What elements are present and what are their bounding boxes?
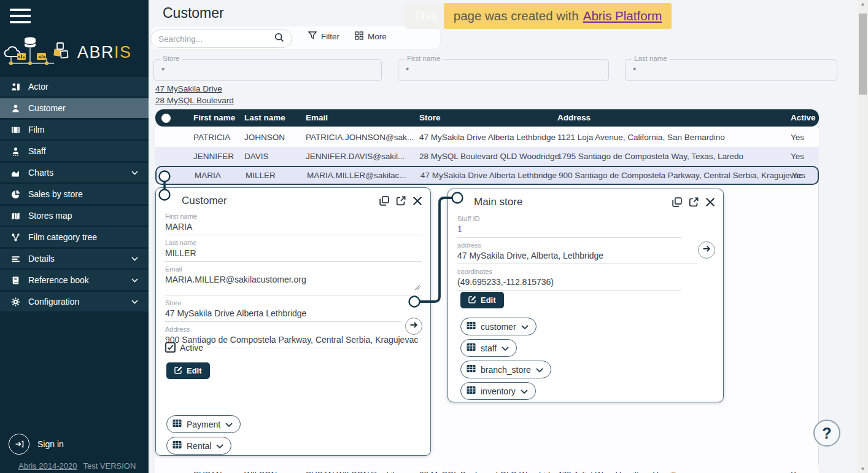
edit-button-label: Edit (481, 295, 496, 305)
field-address[interactable]: address 47 MySakila Drive, Alberta, Leth… (457, 241, 697, 264)
close-icon[interactable] (413, 196, 422, 206)
question-mark-icon: ? (822, 424, 831, 442)
scrollbar-thumb[interactable] (859, 14, 867, 95)
search-icon[interactable] (274, 33, 284, 45)
sidebar-item-sales-by-store[interactable]: Sales by store (0, 184, 149, 204)
film-icon (10, 125, 20, 135)
field-value: 47 MySakila Drive, Alberta, Lethbridge (457, 251, 697, 260)
open-in-new-icon[interactable] (689, 197, 699, 207)
banner-text: page was created with (454, 9, 579, 23)
more-button[interactable]: More (355, 31, 387, 42)
table-row[interactable]: JENNIFER DAVIS JENNIFER.DAVIS@sakil... 2… (155, 147, 819, 166)
filter-button[interactable]: Filter (308, 31, 339, 41)
store-filter-input[interactable] (154, 60, 381, 80)
branch-store-relation-dropdown[interactable]: branch_store (460, 361, 551, 378)
copy-icon[interactable] (379, 196, 389, 206)
field-label: First name (165, 213, 422, 220)
column-header-address[interactable]: Address (557, 109, 591, 127)
hamburger-menu-icon[interactable] (10, 9, 31, 27)
active-checkbox[interactable] (165, 342, 176, 353)
relation-label: branch_store (481, 365, 531, 375)
cell-store: 47 MySakila Drive Alberta Lethbridge (420, 167, 557, 184)
table-row[interactable]: PATRICIA JOHNSON PATRICIA.JOHNSON@sak...… (155, 128, 819, 147)
store-link-mysakila[interactable]: 47 MySakila Drive (155, 84, 222, 93)
relation-label: Rental (187, 441, 211, 451)
column-header-store[interactable]: Store (419, 109, 441, 127)
customer-relation-dropdown[interactable]: customer (460, 318, 537, 335)
open-address-button[interactable] (698, 241, 715, 259)
field-first-name[interactable]: First name MARIA (165, 213, 422, 235)
cell-last-name: JOHNSON (244, 128, 285, 147)
table-row[interactable]: SUSAN WILSON SUSAN.WILSON@sakilac... 28 … (155, 465, 819, 473)
card-actions (379, 196, 422, 206)
sidebar-item-details[interactable]: Details (0, 249, 149, 268)
sidebar-item-film-category-tree[interactable]: Film category tree (0, 227, 149, 247)
cell-active: Yes (792, 167, 805, 184)
field-email[interactable]: Email MARIA.MILLER@sakilacustomer.org (165, 265, 422, 295)
rental-relation-dropdown[interactable]: Rental (166, 437, 231, 455)
banner-text-wrap: page was created with Abris Platform (444, 3, 672, 29)
open-address-button[interactable] (405, 318, 422, 335)
first-name-filter-label: First name (405, 55, 443, 62)
logo-graphic: </> (4, 34, 72, 70)
sidebar-item-label: Reference book (28, 275, 89, 285)
edit-store-button[interactable]: Edit (460, 292, 504, 308)
sidebar: </> ABRIS Actor Customer Film St (0, 0, 149, 473)
cell-email: PATRICIA.JOHNSON@sak... (306, 128, 414, 147)
search-box (150, 29, 292, 48)
cell-store: 28 MySQL Boulevard QLD Woodridge (419, 465, 559, 473)
field-coordinates[interactable]: coordinates (49.695233,-112.815736) (457, 268, 681, 291)
chevron-down-icon (521, 386, 528, 396)
abris-version-link[interactable]: Abris 2014-2020 (18, 461, 77, 471)
active-checkbox-label: Active (180, 343, 203, 353)
open-in-new-icon[interactable] (396, 196, 406, 206)
field-value: 47 MySakila Drive Alberta Lethbridge (165, 308, 401, 318)
vertical-scrollbar[interactable]: ▲ ▼ (858, 0, 868, 473)
copy-icon[interactable] (672, 197, 682, 207)
sidebar-item-stores-map[interactable]: Stores map (0, 206, 149, 225)
staff-icon (10, 147, 20, 156)
edit-customer-button[interactable]: Edit (166, 362, 210, 379)
sidebar-item-staff[interactable]: Staff (0, 141, 149, 161)
search-input[interactable] (158, 34, 274, 44)
field-store[interactable]: Store 47 MySakila Drive Alberta Lethbrid… (165, 299, 401, 322)
scroll-down-arrow-icon[interactable]: ▼ (858, 466, 868, 472)
resize-handle-icon[interactable] (414, 282, 420, 293)
sidebar-item-configuration[interactable]: Configuration (0, 292, 149, 311)
sign-in-button[interactable]: Sign in (9, 434, 64, 455)
sidebar-item-reference-book[interactable]: Reference book (0, 270, 149, 290)
sidebar-item-film[interactable]: Film (0, 120, 149, 139)
main-store-card: Main store Staff ID 1 address 47 MySakil… (448, 189, 724, 402)
sidebar-item-actor[interactable]: Actor (0, 77, 149, 96)
select-all-checkbox[interactable] (161, 114, 171, 123)
first-name-filter-input[interactable] (398, 60, 608, 80)
staff-relation-dropdown[interactable]: staff (460, 339, 517, 357)
column-header-email[interactable]: Email (306, 109, 328, 127)
table-grid-icon (467, 321, 476, 332)
cell-active: Yes (791, 147, 804, 166)
field-label: Address (165, 326, 401, 333)
table-header: First name Last name Email Store Address… (155, 109, 819, 127)
last-name-filter-input[interactable] (626, 60, 837, 80)
column-header-active[interactable]: Active (791, 109, 816, 127)
abris-platform-link[interactable]: Abris Platform (583, 9, 662, 23)
table-grid-icon (467, 364, 476, 375)
payment-relation-dropdown[interactable]: Payment (166, 415, 241, 433)
table-row-selected[interactable]: MARIA MILLER MARIA.MILLER@sakilac... 47 … (155, 166, 819, 185)
sidebar-item-customer[interactable]: Customer (0, 98, 149, 118)
inventory-relation-dropdown[interactable]: inventory (460, 382, 536, 400)
column-header-first-name[interactable]: First name (193, 109, 235, 127)
column-header-last-name[interactable]: Last name (244, 109, 285, 127)
field-value: MILLER (165, 248, 422, 258)
field-label: address (457, 241, 697, 249)
store-link-mysql[interactable]: 28 MySQL Boulevard (155, 96, 234, 105)
close-icon[interactable] (705, 197, 715, 207)
field-last-name[interactable]: Last name MILLER (165, 239, 422, 262)
field-value: 1 (457, 224, 681, 234)
chevron-down-icon (131, 278, 138, 283)
help-button[interactable]: ? (813, 420, 840, 447)
field-staff-id[interactable]: Staff ID 1 (457, 215, 681, 238)
sidebar-item-charts[interactable]: Charts (0, 163, 149, 182)
sign-in-icon (9, 434, 29, 455)
scroll-up-arrow-icon[interactable]: ▲ (858, 1, 868, 7)
